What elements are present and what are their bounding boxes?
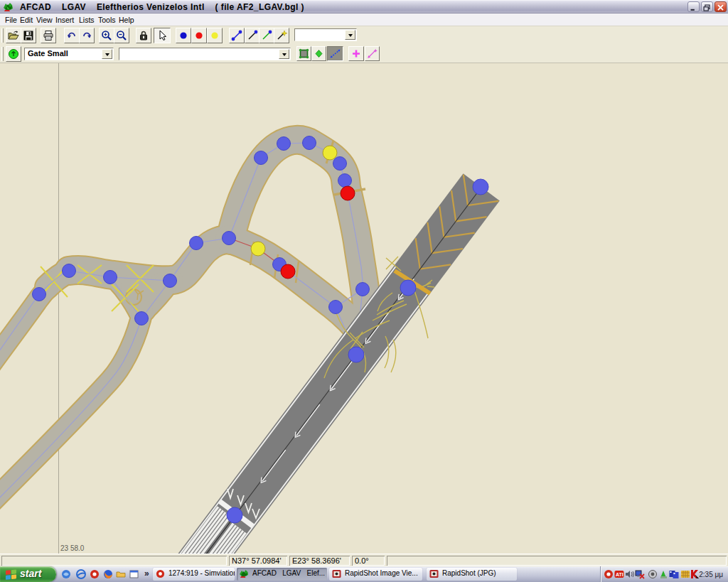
svg-text:ATI: ATI (616, 572, 623, 577)
svg-text:23 58.0: 23 58.0 (60, 544, 85, 552)
